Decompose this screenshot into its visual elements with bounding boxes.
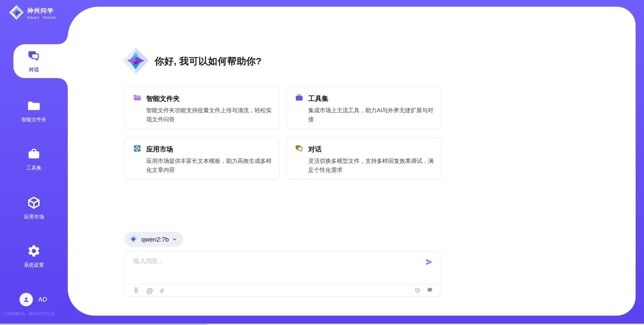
brand: 神州问学 Smart Vision [9, 5, 56, 21]
grid-cube-icon [133, 144, 142, 154]
brand-subtitle: Smart Vision [27, 15, 56, 19]
horizontal-scrollbar-track[interactable] [0, 324, 644, 325]
attach-file-button[interactable] [133, 287, 139, 295]
sidebar-item-label: 系统设置 [24, 262, 44, 268]
folder-icon [27, 99, 41, 114]
sidebar-item-app-market[interactable]: 应用市场 [0, 196, 68, 220]
sidebar-item-smart-folder[interactable]: 智能文件夹 [0, 99, 68, 123]
user-initials: AD [38, 296, 47, 303]
brand-name: 神州问学 [27, 7, 56, 15]
history-clock-icon [414, 287, 421, 295]
sidebar: 神州问学 Smart Vision 对话 智能文件夹 工具集 应用市场 系统设 [0, 0, 68, 325]
horizontal-scrollbar-thumb[interactable] [0, 324, 207, 325]
folder-open-icon [133, 93, 142, 104]
card-app-market[interactable]: 应用市场 应用市场提供丰富长文本模板，助力高效生成多样化文章内容 [124, 137, 279, 180]
sidebar-item-settings[interactable]: 系统设置 [0, 244, 68, 268]
send-button[interactable] [425, 258, 434, 267]
copyright-text: ©神州数码 · 神州问学出品 [4, 311, 55, 317]
model-name: qwen2:7b [141, 236, 169, 243]
card-title: 工具集 [308, 94, 328, 103]
toolbox-icon [27, 147, 41, 162]
sidebar-item-label: 应用市场 [24, 214, 44, 220]
sidebar-item-label: 工具集 [26, 165, 42, 171]
composer-divider [125, 284, 441, 284]
gear-icon [27, 244, 41, 259]
greeting-title: 你好, 我可以如何帮助你? [155, 55, 262, 68]
sidebar-item-label: 智能文件夹 [21, 117, 47, 123]
user-account[interactable]: AD [19, 293, 47, 306]
model-selector[interactable]: qwen2:7b [124, 232, 183, 247]
avatar [19, 293, 33, 306]
card-description: 集成市场上主流工具，助力AI与外界无缝扩展与对接 [308, 106, 435, 124]
card-toolset[interactable]: 工具集 集成市场上主流工具，助力AI与外界无缝扩展与对接 [286, 86, 441, 129]
feature-cards: 智能文件夹 智能文件夹功能支持批量文件上传与清洗，轻松实现文件问答 工具集 集成… [124, 86, 441, 180]
sidebar-item-toolset[interactable]: 工具集 [0, 147, 68, 171]
greeting-diamond-icon [122, 47, 149, 76]
mention-button[interactable]: @ [146, 287, 153, 294]
card-smart-folder[interactable]: 智能文件夹 智能文件夹功能支持批量文件上传与清洗，轻松实现文件问答 [124, 86, 279, 129]
chevron-down-icon [172, 237, 177, 242]
sidebar-item-label: 对话 [29, 67, 39, 73]
history-button[interactable] [414, 287, 421, 295]
card-description: 应用市场提供丰富长文本模板，助力高效生成多样化文章内容 [146, 156, 273, 175]
toolbox-icon [295, 93, 304, 104]
new-conversation-button[interactable] [427, 287, 433, 295]
hashtag-button[interactable]: # [160, 287, 164, 294]
chat-bubbles-icon [295, 144, 304, 154]
pill-fillet-top [58, 35, 68, 44]
message-input[interactable] [133, 256, 416, 281]
cube-icon [27, 196, 41, 211]
comment-icon [427, 287, 433, 295]
paperclip-icon [133, 287, 139, 295]
chat-bubbles-icon [27, 49, 41, 64]
greeting: 你好, 我可以如何帮助你? [122, 47, 262, 76]
pill-fillet-bottom [58, 78, 68, 87]
model-diamond-icon [128, 234, 138, 245]
card-title: 对话 [308, 145, 322, 154]
card-chat[interactable]: 对话 灵活切换多模型文件，支持多样回复效果调试，满足个性化需求 [286, 137, 441, 180]
message-composer: @ # [124, 251, 441, 297]
sidebar-item-chat[interactable]: 对话 [0, 49, 68, 73]
card-title: 智能文件夹 [146, 94, 180, 103]
brand-logo-diamond-icon [9, 5, 24, 21]
at-icon: @ [146, 287, 153, 294]
main-content: 你好, 我可以如何帮助你? 智能文件夹 智能文件夹功能支持批量文件上传与清洗，轻… [124, 0, 441, 325]
hashtag-icon: # [160, 287, 164, 294]
card-description: 智能文件夹功能支持批量文件上传与清洗，轻松实现文件问答 [146, 106, 273, 124]
card-description: 灵活切换多模型文件，支持多样回复效果调试，满足个性化需求 [308, 156, 435, 175]
card-title: 应用市场 [146, 145, 173, 154]
